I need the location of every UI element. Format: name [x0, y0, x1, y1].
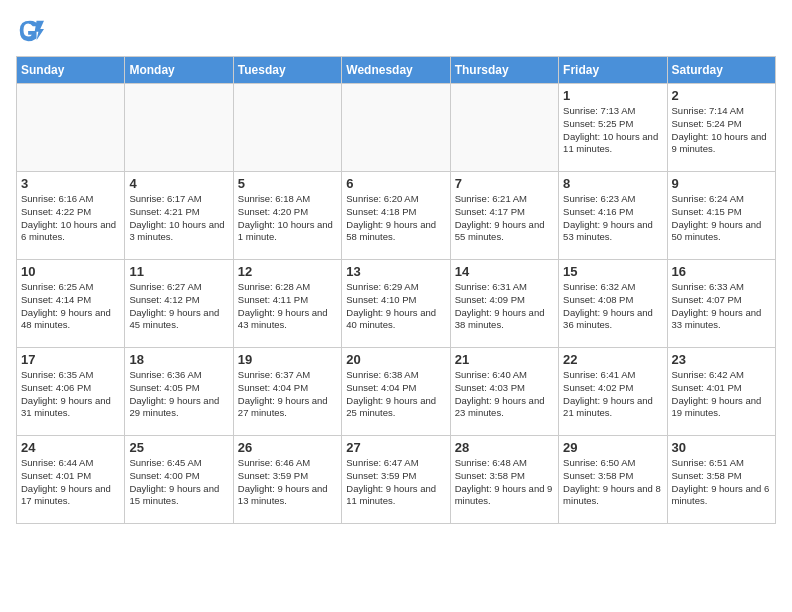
day-number: 26: [238, 440, 337, 455]
weekday-header-friday: Friday: [559, 57, 667, 84]
day-number: 23: [672, 352, 771, 367]
calendar-day: 25Sunrise: 6:45 AM Sunset: 4:00 PM Dayli…: [125, 436, 233, 524]
day-info: Sunrise: 7:13 AM Sunset: 5:25 PM Dayligh…: [563, 105, 662, 156]
day-number: 28: [455, 440, 554, 455]
day-info: Sunrise: 6:36 AM Sunset: 4:05 PM Dayligh…: [129, 369, 228, 420]
day-info: Sunrise: 6:29 AM Sunset: 4:10 PM Dayligh…: [346, 281, 445, 332]
page-header: [16, 16, 776, 44]
calendar-week-1: 1Sunrise: 7:13 AM Sunset: 5:25 PM Daylig…: [17, 84, 776, 172]
day-info: Sunrise: 6:24 AM Sunset: 4:15 PM Dayligh…: [672, 193, 771, 244]
weekday-header-monday: Monday: [125, 57, 233, 84]
day-number: 11: [129, 264, 228, 279]
calendar-day: [450, 84, 558, 172]
day-info: Sunrise: 6:33 AM Sunset: 4:07 PM Dayligh…: [672, 281, 771, 332]
day-info: Sunrise: 6:45 AM Sunset: 4:00 PM Dayligh…: [129, 457, 228, 508]
calendar-day: 2Sunrise: 7:14 AM Sunset: 5:24 PM Daylig…: [667, 84, 775, 172]
day-info: Sunrise: 6:35 AM Sunset: 4:06 PM Dayligh…: [21, 369, 120, 420]
calendar-day: 15Sunrise: 6:32 AM Sunset: 4:08 PM Dayli…: [559, 260, 667, 348]
day-number: 21: [455, 352, 554, 367]
day-info: Sunrise: 6:16 AM Sunset: 4:22 PM Dayligh…: [21, 193, 120, 244]
calendar-day: [233, 84, 341, 172]
day-number: 30: [672, 440, 771, 455]
calendar-day: 6Sunrise: 6:20 AM Sunset: 4:18 PM Daylig…: [342, 172, 450, 260]
calendar-day: 21Sunrise: 6:40 AM Sunset: 4:03 PM Dayli…: [450, 348, 558, 436]
day-number: 20: [346, 352, 445, 367]
calendar-day: 28Sunrise: 6:48 AM Sunset: 3:58 PM Dayli…: [450, 436, 558, 524]
day-number: 5: [238, 176, 337, 191]
calendar-day: 24Sunrise: 6:44 AM Sunset: 4:01 PM Dayli…: [17, 436, 125, 524]
calendar-day: 18Sunrise: 6:36 AM Sunset: 4:05 PM Dayli…: [125, 348, 233, 436]
calendar-day: 29Sunrise: 6:50 AM Sunset: 3:58 PM Dayli…: [559, 436, 667, 524]
calendar-day: [125, 84, 233, 172]
calendar-day: 8Sunrise: 6:23 AM Sunset: 4:16 PM Daylig…: [559, 172, 667, 260]
day-info: Sunrise: 6:23 AM Sunset: 4:16 PM Dayligh…: [563, 193, 662, 244]
calendar-day: 20Sunrise: 6:38 AM Sunset: 4:04 PM Dayli…: [342, 348, 450, 436]
calendar-day: 27Sunrise: 6:47 AM Sunset: 3:59 PM Dayli…: [342, 436, 450, 524]
day-info: Sunrise: 6:47 AM Sunset: 3:59 PM Dayligh…: [346, 457, 445, 508]
calendar-day: 17Sunrise: 6:35 AM Sunset: 4:06 PM Dayli…: [17, 348, 125, 436]
day-number: 18: [129, 352, 228, 367]
day-number: 27: [346, 440, 445, 455]
calendar-day: 16Sunrise: 6:33 AM Sunset: 4:07 PM Dayli…: [667, 260, 775, 348]
logo: [16, 16, 44, 44]
calendar-day: 23Sunrise: 6:42 AM Sunset: 4:01 PM Dayli…: [667, 348, 775, 436]
day-number: 6: [346, 176, 445, 191]
day-info: Sunrise: 6:51 AM Sunset: 3:58 PM Dayligh…: [672, 457, 771, 508]
calendar-day: 4Sunrise: 6:17 AM Sunset: 4:21 PM Daylig…: [125, 172, 233, 260]
day-info: Sunrise: 6:50 AM Sunset: 3:58 PM Dayligh…: [563, 457, 662, 508]
day-number: 22: [563, 352, 662, 367]
day-number: 10: [21, 264, 120, 279]
logo-icon: [16, 16, 44, 44]
day-number: 9: [672, 176, 771, 191]
weekday-header-saturday: Saturday: [667, 57, 775, 84]
calendar-day: 13Sunrise: 6:29 AM Sunset: 4:10 PM Dayli…: [342, 260, 450, 348]
calendar-day: [17, 84, 125, 172]
calendar-table: SundayMondayTuesdayWednesdayThursdayFrid…: [16, 56, 776, 524]
day-number: 4: [129, 176, 228, 191]
calendar-day: 12Sunrise: 6:28 AM Sunset: 4:11 PM Dayli…: [233, 260, 341, 348]
weekday-header-tuesday: Tuesday: [233, 57, 341, 84]
calendar-day: 3Sunrise: 6:16 AM Sunset: 4:22 PM Daylig…: [17, 172, 125, 260]
day-info: Sunrise: 6:40 AM Sunset: 4:03 PM Dayligh…: [455, 369, 554, 420]
day-number: 15: [563, 264, 662, 279]
day-number: 29: [563, 440, 662, 455]
day-info: Sunrise: 6:46 AM Sunset: 3:59 PM Dayligh…: [238, 457, 337, 508]
calendar-day: 1Sunrise: 7:13 AM Sunset: 5:25 PM Daylig…: [559, 84, 667, 172]
weekday-header-thursday: Thursday: [450, 57, 558, 84]
day-number: 2: [672, 88, 771, 103]
day-number: 17: [21, 352, 120, 367]
day-number: 14: [455, 264, 554, 279]
day-info: Sunrise: 6:17 AM Sunset: 4:21 PM Dayligh…: [129, 193, 228, 244]
calendar-day: 19Sunrise: 6:37 AM Sunset: 4:04 PM Dayli…: [233, 348, 341, 436]
day-info: Sunrise: 6:20 AM Sunset: 4:18 PM Dayligh…: [346, 193, 445, 244]
calendar-day: 10Sunrise: 6:25 AM Sunset: 4:14 PM Dayli…: [17, 260, 125, 348]
day-number: 8: [563, 176, 662, 191]
day-number: 13: [346, 264, 445, 279]
day-number: 24: [21, 440, 120, 455]
day-info: Sunrise: 6:21 AM Sunset: 4:17 PM Dayligh…: [455, 193, 554, 244]
day-info: Sunrise: 6:25 AM Sunset: 4:14 PM Dayligh…: [21, 281, 120, 332]
calendar-day: 22Sunrise: 6:41 AM Sunset: 4:02 PM Dayli…: [559, 348, 667, 436]
calendar-day: 30Sunrise: 6:51 AM Sunset: 3:58 PM Dayli…: [667, 436, 775, 524]
calendar-day: 11Sunrise: 6:27 AM Sunset: 4:12 PM Dayli…: [125, 260, 233, 348]
day-info: Sunrise: 6:42 AM Sunset: 4:01 PM Dayligh…: [672, 369, 771, 420]
day-info: Sunrise: 6:38 AM Sunset: 4:04 PM Dayligh…: [346, 369, 445, 420]
weekday-header-wednesday: Wednesday: [342, 57, 450, 84]
day-info: Sunrise: 6:48 AM Sunset: 3:58 PM Dayligh…: [455, 457, 554, 508]
day-info: Sunrise: 6:27 AM Sunset: 4:12 PM Dayligh…: [129, 281, 228, 332]
day-number: 7: [455, 176, 554, 191]
day-info: Sunrise: 6:32 AM Sunset: 4:08 PM Dayligh…: [563, 281, 662, 332]
calendar-week-5: 24Sunrise: 6:44 AM Sunset: 4:01 PM Dayli…: [17, 436, 776, 524]
day-number: 1: [563, 88, 662, 103]
weekday-header-sunday: Sunday: [17, 57, 125, 84]
calendar-week-4: 17Sunrise: 6:35 AM Sunset: 4:06 PM Dayli…: [17, 348, 776, 436]
day-info: Sunrise: 6:18 AM Sunset: 4:20 PM Dayligh…: [238, 193, 337, 244]
calendar-week-3: 10Sunrise: 6:25 AM Sunset: 4:14 PM Dayli…: [17, 260, 776, 348]
day-info: Sunrise: 6:44 AM Sunset: 4:01 PM Dayligh…: [21, 457, 120, 508]
day-number: 16: [672, 264, 771, 279]
day-info: Sunrise: 7:14 AM Sunset: 5:24 PM Dayligh…: [672, 105, 771, 156]
weekday-header-row: SundayMondayTuesdayWednesdayThursdayFrid…: [17, 57, 776, 84]
calendar-day: 9Sunrise: 6:24 AM Sunset: 4:15 PM Daylig…: [667, 172, 775, 260]
day-info: Sunrise: 6:41 AM Sunset: 4:02 PM Dayligh…: [563, 369, 662, 420]
calendar-day: 5Sunrise: 6:18 AM Sunset: 4:20 PM Daylig…: [233, 172, 341, 260]
